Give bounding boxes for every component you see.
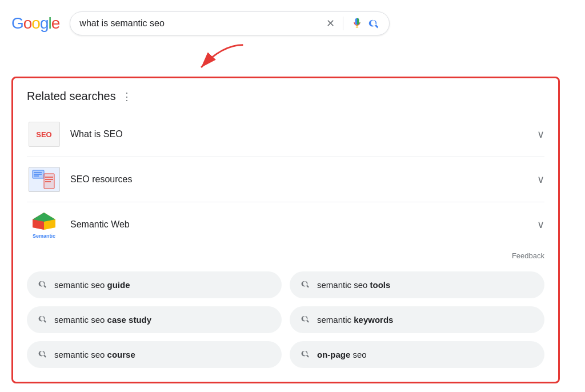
related-item-label: Semantic Web	[70, 219, 532, 230]
feedback-row: Feedback	[27, 247, 544, 269]
related-title: Related searches	[27, 90, 116, 103]
seo-thumbnail: SEO	[27, 120, 61, 149]
search-icon	[301, 279, 310, 290]
related-item-seo-resources[interactable]: SEO resources ∨	[27, 157, 544, 202]
suggestion-case-study[interactable]: semantic seo case study	[27, 306, 282, 333]
suggestion-text: on-page seo	[317, 350, 367, 359]
mic-icon[interactable]	[351, 18, 363, 29]
resources-thumbnail	[27, 165, 61, 194]
search-icon	[38, 349, 47, 360]
search-input[interactable]	[79, 18, 320, 29]
chevron-down-icon: ∨	[537, 128, 544, 141]
google-logo: Google	[11, 14, 59, 33]
related-item-semantic-web[interactable]: Semantic Semantic Web ∨	[27, 202, 544, 247]
clear-icon[interactable]: ✕	[326, 18, 335, 29]
search-icon	[301, 314, 310, 325]
search-icon	[301, 349, 310, 360]
svg-rect-8	[44, 174, 54, 189]
suggestion-text: semantic seo tools	[317, 280, 390, 290]
more-options-icon[interactable]: ⋮	[122, 91, 133, 102]
feedback-link[interactable]: Feedback	[512, 251, 544, 260]
related-searches-box: Related searches ⋮ SEO What is SEO ∨	[11, 77, 560, 383]
related-item-label: SEO resources	[70, 174, 532, 185]
related-item-what-is-seo[interactable]: SEO What is SEO ∨	[27, 112, 544, 157]
suggestion-keywords[interactable]: semantic keywords	[290, 306, 544, 333]
chevron-down-icon: ∨	[537, 218, 544, 231]
search-divider	[343, 17, 343, 30]
search-bar[interactable]: ✕	[70, 11, 390, 35]
search-button[interactable]	[368, 18, 380, 29]
search-icon	[38, 279, 47, 290]
chevron-down-icon: ∨	[537, 173, 544, 186]
suggestion-text: semantic seo course	[54, 350, 135, 359]
search-icon	[38, 314, 47, 325]
related-items-list: SEO What is SEO ∨	[27, 112, 544, 247]
related-header: Related searches ⋮	[27, 90, 544, 103]
suggestion-text: semantic seo case study	[54, 315, 151, 325]
suggestions-grid: semantic seo guide semantic seo tools se…	[27, 271, 544, 368]
suggestion-on-page[interactable]: on-page seo	[290, 341, 544, 368]
suggestion-text: semantic keywords	[317, 315, 393, 325]
semantic-web-thumbnail: Semantic	[27, 210, 61, 239]
related-item-label: What is SEO	[70, 129, 532, 139]
suggestion-guide[interactable]: semantic seo guide	[27, 271, 282, 298]
suggestion-course[interactable]: semantic seo course	[27, 341, 282, 368]
suggestion-tools[interactable]: semantic seo tools	[290, 271, 544, 298]
page-header: Google ✕	[11, 7, 574, 42]
suggestion-text: semantic seo guide	[54, 280, 130, 290]
arrow-annotation	[11, 42, 574, 77]
